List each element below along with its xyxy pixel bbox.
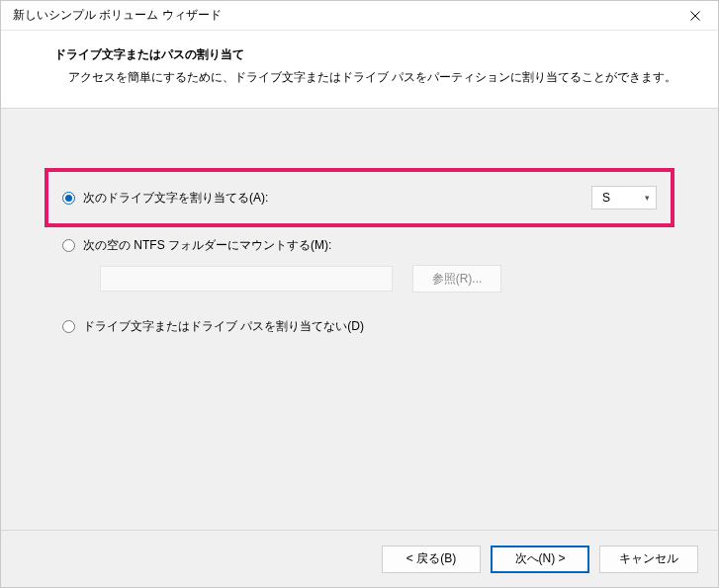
- browse-button: 参照(R)...: [412, 265, 501, 293]
- mount-path-input: [100, 266, 393, 292]
- next-button[interactable]: 次へ(N) >: [491, 546, 589, 573]
- back-button[interactable]: < 戻る(B): [382, 546, 481, 573]
- drive-letter-value: S: [602, 191, 610, 205]
- option-mount-ntfs[interactable]: 次の空の NTFS フォルダーにマウントする(M):: [62, 233, 674, 257]
- page-description: アクセスを簡単にするために、ドライブ文字またはドライブ パスをパーティションに割…: [54, 69, 690, 86]
- radio-assign-drive-letter[interactable]: [62, 192, 75, 205]
- window-title: 新しいシンプル ボリューム ウィザード: [13, 7, 222, 24]
- chevron-down-icon: ▾: [645, 193, 650, 203]
- drive-letter-select[interactable]: S ▾: [591, 186, 657, 210]
- option-assign-drive-letter[interactable]: 次のドライブ文字を割り当てる(A): S ▾: [62, 186, 657, 210]
- page-title: ドライブ文字またはパスの割り当て: [54, 46, 690, 63]
- close-button[interactable]: [673, 1, 718, 31]
- option-assign-label: 次のドライブ文字を割り当てる(A):: [83, 190, 268, 207]
- close-icon: [690, 11, 700, 21]
- radio-mount-ntfs[interactable]: [62, 239, 75, 252]
- mount-path-row: 参照(R)...: [62, 265, 674, 293]
- radio-no-assign[interactable]: [62, 320, 75, 333]
- option-no-assign[interactable]: ドライブ文字またはドライブ パスを割り当てない(D): [62, 314, 674, 338]
- wizard-footer: < 戻る(B) 次へ(N) > キャンセル: [1, 530, 718, 587]
- wizard-window: 新しいシンプル ボリューム ウィザード ドライブ文字またはパスの割り当て アクセ…: [0, 0, 719, 588]
- wizard-body: 次のドライブ文字を割り当てる(A): S ▾ 次の空の NTFS フォルダーにマ…: [1, 109, 718, 530]
- highlight-annotation: 次のドライブ文字を割り当てる(A): S ▾: [45, 168, 674, 227]
- titlebar: 新しいシンプル ボリューム ウィザード: [1, 1, 718, 31]
- cancel-button[interactable]: キャンセル: [599, 546, 698, 573]
- option-no-assign-label: ドライブ文字またはドライブ パスを割り当てない(D): [83, 318, 364, 335]
- option-mount-label: 次の空の NTFS フォルダーにマウントする(M):: [83, 237, 331, 254]
- wizard-header: ドライブ文字またはパスの割り当て アクセスを簡単にするために、ドライブ文字または…: [1, 31, 718, 109]
